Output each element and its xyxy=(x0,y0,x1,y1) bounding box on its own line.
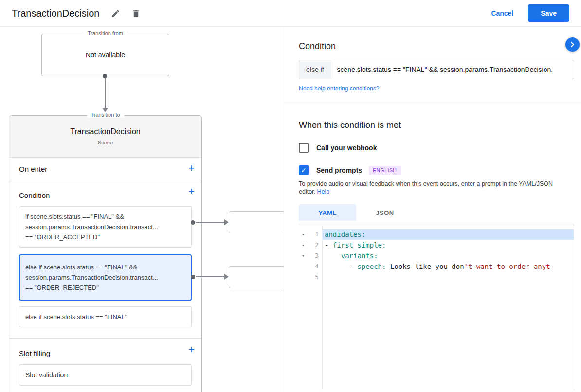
pencil-icon xyxy=(111,9,120,18)
page-title: TransactionDecision xyxy=(12,8,99,19)
condition2-arrowhead-icon xyxy=(224,274,229,280)
code-segment: first_simple: xyxy=(333,241,386,249)
condition-expression-input[interactable] xyxy=(331,60,574,79)
condition2-connector-line xyxy=(196,276,225,277)
on-enter-label: On enter xyxy=(19,165,47,173)
code-line-2[interactable]: - first_simple: xyxy=(323,240,574,250)
code-segment xyxy=(325,252,341,260)
condition-prefix-label: else if xyxy=(299,60,331,79)
send-prompts-label: Send prompts xyxy=(316,166,362,174)
webhook-checkbox-row: Call your webhook xyxy=(299,143,566,153)
prompts-description: To provide audio or visual feedback when… xyxy=(299,180,566,196)
fold-toggle-icon[interactable]: ▾ xyxy=(299,250,308,261)
line-number: 2 xyxy=(308,240,322,250)
add-condition-button[interactable]: + xyxy=(188,186,195,197)
condition1-connector-line xyxy=(196,222,225,223)
scene-node-subtitle: Scene xyxy=(98,140,113,145)
code-line-1[interactable]: andidates: xyxy=(323,229,574,240)
code-segment: - xyxy=(325,241,333,249)
gutter-row: ▾ 1 xyxy=(299,229,322,240)
transition-from-value: Not available xyxy=(86,51,125,59)
gutter-row: ▾ 3 xyxy=(299,250,322,261)
code-segment: Looks like you don xyxy=(386,263,464,270)
send-prompts-checkbox[interactable]: ✓ xyxy=(299,165,309,175)
transition-from-node: Transition from Not available xyxy=(41,34,169,76)
code-segment: andidates: xyxy=(325,231,365,238)
condition1-connector-dot xyxy=(191,220,195,225)
scene-node-title: TransactionDecision xyxy=(70,127,140,136)
condition-section-label: Condition xyxy=(19,191,192,199)
trash-icon xyxy=(131,9,141,18)
webhook-checkbox[interactable] xyxy=(299,143,309,153)
when-met-heading: When this condition is met xyxy=(299,120,566,130)
edit-title-button[interactable] xyxy=(109,7,122,19)
connector-dot xyxy=(103,74,107,78)
code-segment: variants: xyxy=(341,252,378,260)
tab-json[interactable]: JSON xyxy=(356,204,414,221)
app-header: TransactionDecision Cancel Save xyxy=(0,0,581,27)
add-slot-button[interactable]: + xyxy=(188,344,195,355)
condition-section: Condition + if scene.slots.status == "FI… xyxy=(9,180,201,339)
chevron-right-icon xyxy=(570,42,575,47)
condition2-connector-dot xyxy=(191,275,195,279)
line-number: 5 xyxy=(308,272,322,283)
on-enter-section[interactable]: On enter + xyxy=(9,158,201,180)
yaml-code-editor: ▾ 1 ▾ 2 ▾ 3 4 5 xyxy=(299,225,574,390)
slot-filling-label: Slot filling xyxy=(19,349,192,357)
condition1-arrowhead-icon xyxy=(224,219,229,225)
code-line-3[interactable]: variants: xyxy=(323,250,574,261)
save-button[interactable]: Save xyxy=(528,4,569,22)
gutter-row: 5 xyxy=(299,272,322,283)
delete-scene-button[interactable] xyxy=(129,7,142,19)
editor-tabs: YAML JSON xyxy=(299,204,574,221)
condition-input-group: else if xyxy=(299,60,574,79)
webhook-label: Call your webhook xyxy=(316,144,377,152)
gutter-row: ▾ 2 xyxy=(299,240,322,250)
fold-toggle-icon[interactable]: ▾ xyxy=(299,240,308,250)
code-segment: - xyxy=(325,263,357,270)
check-icon: ✓ xyxy=(301,166,307,174)
gutter-row: 4 xyxy=(299,261,322,272)
code-segment: speech: xyxy=(357,263,386,270)
connector-line xyxy=(105,78,106,108)
line-number: 3 xyxy=(308,250,322,261)
transition-from-legend: Transition from xyxy=(84,30,127,36)
transition-to-legend: Transition to xyxy=(87,112,124,118)
send-prompts-checkbox-row: ✓ Send prompts ENGLISH xyxy=(299,165,566,175)
code-line-5[interactable] xyxy=(323,272,574,283)
main-content: Transition from Not available Transition… xyxy=(0,27,581,392)
condition-editor-panel: Condition else if Need help entering con… xyxy=(284,27,581,392)
line-number: 4 xyxy=(308,261,322,272)
transition-to-node: Transition to TransactionDecision Scene … xyxy=(9,115,202,392)
slot-validation-card[interactable]: Slot validation xyxy=(19,364,192,386)
condition1-target-box[interactable] xyxy=(229,211,284,233)
scene-node-header[interactable]: TransactionDecision Scene xyxy=(9,116,201,158)
add-on-enter-button[interactable]: + xyxy=(188,163,195,174)
collapse-panel-button[interactable] xyxy=(565,37,580,52)
language-badge: ENGLISH xyxy=(369,166,401,175)
condition-card-rejected-selected[interactable]: else if scene.slots.status == "FINAL" &&… xyxy=(19,254,192,301)
condition-card-accepted[interactable]: if scene.slots.status == "FINAL" && sess… xyxy=(19,206,192,248)
fold-toggle-icon[interactable]: ▾ xyxy=(299,229,308,240)
code-segment: 't want to order anyt xyxy=(464,263,550,270)
code-line-4[interactable]: - speech: Looks like you don't want to o… xyxy=(323,261,574,272)
tab-yaml[interactable]: YAML xyxy=(299,204,356,221)
prompts-description-text: To provide audio or visual feedback when… xyxy=(299,180,553,195)
editor-gutter: ▾ 1 ▾ 2 ▾ 3 4 5 xyxy=(299,225,323,390)
prompts-help-link[interactable]: Help xyxy=(317,188,330,195)
condition-card-final[interactable]: else if scene.slots.status == "FINAL" xyxy=(19,306,192,327)
panel-divider xyxy=(284,104,581,104)
cancel-button[interactable]: Cancel xyxy=(491,9,513,17)
slot-filling-section: Slot filling + Slot validation xyxy=(9,339,201,392)
condition2-target-box[interactable] xyxy=(229,266,284,288)
line-number: 1 xyxy=(308,229,322,240)
scene-diagram-canvas: Transition from Not available Transition… xyxy=(0,27,284,392)
condition-help-link[interactable]: Need help entering conditions? xyxy=(299,85,566,92)
editor-code-area[interactable]: andidates: - first_simple: variants: - s… xyxy=(323,225,574,390)
panel-condition-heading: Condition xyxy=(299,41,559,52)
